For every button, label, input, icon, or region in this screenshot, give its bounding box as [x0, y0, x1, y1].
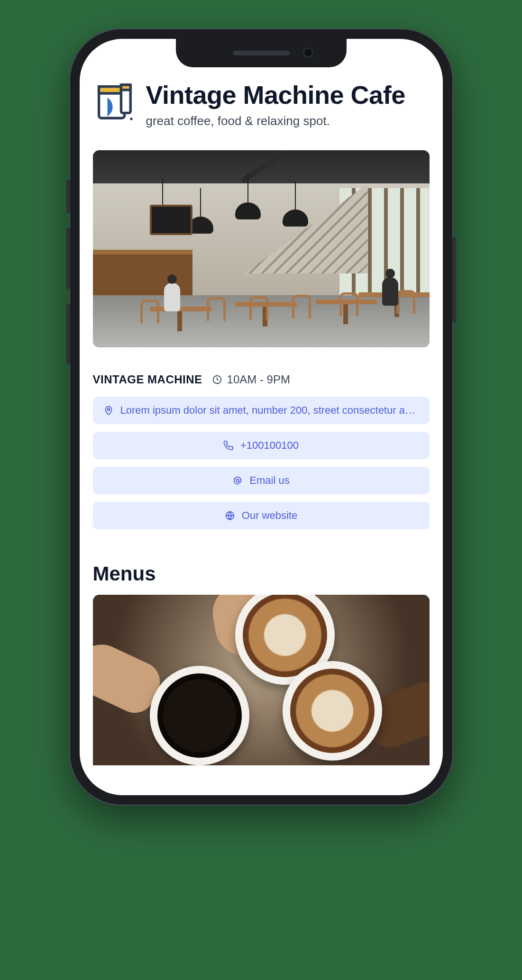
menus-image[interactable]	[93, 595, 430, 765]
svg-rect-3	[121, 85, 130, 90]
menus-heading: Menus	[93, 563, 430, 585]
hero-image	[93, 150, 430, 347]
phone-camera	[303, 47, 313, 58]
cafe-logo-icon	[93, 81, 136, 123]
info-row: VINTAGE MACHINE 10AM - 9PM	[93, 373, 430, 386]
phone-notch	[176, 39, 347, 67]
phone-side-button	[66, 303, 70, 365]
phone-speaker	[233, 51, 290, 55]
opening-hours: 10AM - 9PM	[212, 373, 290, 386]
email-text: Email us	[249, 474, 289, 487]
svg-point-6	[107, 408, 110, 411]
svg-point-4	[130, 118, 132, 120]
at-sign-icon	[232, 475, 243, 486]
title-block: Vintage Machine Cafe great coffee, food …	[146, 81, 405, 128]
globe-icon	[225, 510, 235, 521]
clock-icon	[212, 374, 222, 385]
phone-icon	[223, 440, 234, 451]
phone-side-button	[452, 237, 456, 322]
address-button[interactable]: Lorem ipsum dolor sit amet, number 200, …	[93, 397, 430, 424]
phone-screen: Vintage Machine Cafe great coffee, food …	[80, 39, 443, 795]
address-text: Lorem ipsum dolor sit amet, number 200, …	[120, 404, 419, 417]
page-header: Vintage Machine Cafe great coffee, food …	[93, 81, 430, 128]
hours-text: 10AM - 9PM	[227, 373, 290, 386]
phone-side-button	[66, 180, 70, 213]
app-screen[interactable]: Vintage Machine Cafe great coffee, food …	[80, 39, 443, 795]
page-subtitle: great coffee, food & relaxing spot.	[146, 114, 405, 128]
email-button[interactable]: Email us	[93, 467, 430, 494]
page-title: Vintage Machine Cafe	[146, 81, 405, 109]
website-text: Our website	[242, 509, 297, 522]
venue-name: VINTAGE MACHINE	[93, 373, 202, 386]
map-pin-icon	[103, 405, 114, 416]
website-button[interactable]: Our website	[93, 502, 430, 529]
phone-frame: Vintage Machine Cafe great coffee, food …	[69, 28, 453, 806]
phone-text: +100100100	[240, 439, 299, 452]
phone-side-button	[66, 227, 70, 289]
phone-button[interactable]: +100100100	[93, 432, 430, 459]
